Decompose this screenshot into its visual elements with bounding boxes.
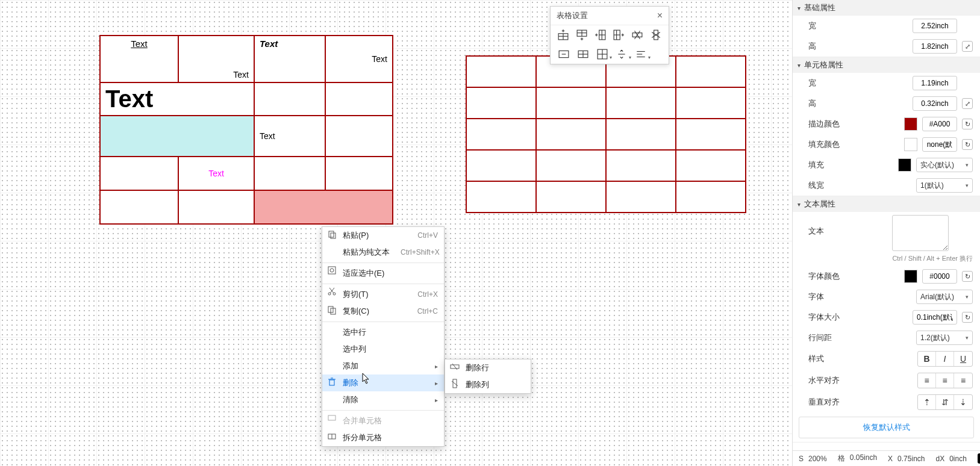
- table-cell[interactable]: Text: [254, 116, 325, 157]
- table-cell[interactable]: [606, 87, 676, 119]
- menu-add[interactable]: 添加▸: [322, 358, 444, 374]
- table-cell[interactable]: [676, 150, 746, 181]
- refresh-icon[interactable]: ↻: [962, 119, 973, 129]
- table-cell[interactable]: [536, 87, 606, 119]
- align-h-dropdown-icon[interactable]: [635, 48, 647, 60]
- menu-copy[interactable]: 复制(C)Ctrl+C: [322, 303, 444, 320]
- fill-mode-select[interactable]: 实心(默认): [916, 158, 973, 172]
- table-cell[interactable]: [676, 87, 746, 119]
- design-canvas[interactable]: Text Text Text Text Text Text Text: [0, 0, 792, 466]
- basic-height-input[interactable]: [913, 39, 957, 54]
- table-cell[interactable]: [676, 119, 746, 150]
- table-cell[interactable]: [536, 150, 606, 181]
- cell-height-input[interactable]: [913, 96, 957, 111]
- table-cell[interactable]: [466, 56, 536, 87]
- delete-row-icon[interactable]: [632, 29, 643, 41]
- table-cell[interactable]: [606, 150, 676, 181]
- stroke-color-swatch[interactable]: [904, 117, 917, 131]
- table-cell[interactable]: Text: [100, 36, 178, 82]
- section-cell[interactable]: ▾单元格属性: [793, 57, 980, 73]
- borders-dropdown-icon[interactable]: [596, 48, 608, 60]
- text-input[interactable]: [892, 215, 949, 251]
- table-cell[interactable]: [466, 181, 536, 213]
- menu-select-col[interactable]: 选中列: [322, 341, 444, 358]
- table-1[interactable]: Text Text Text Text Text Text Text: [99, 35, 393, 225]
- table-cell[interactable]: [325, 116, 393, 157]
- table-cell[interactable]: [466, 87, 536, 119]
- menu-delete[interactable]: 删除▸: [322, 374, 444, 391]
- popup-header[interactable]: 表格设置 ×: [551, 7, 669, 25]
- reset-style-button[interactable]: 恢复默认样式: [799, 417, 974, 438]
- fill-mode-swatch[interactable]: [898, 158, 911, 172]
- refresh-icon[interactable]: ↻: [962, 139, 973, 150]
- align-top-button[interactable]: ⇡: [918, 395, 936, 409]
- table-cell[interactable]: [536, 119, 606, 150]
- table-cell[interactable]: [606, 181, 676, 213]
- menu-select-row[interactable]: 选中行: [322, 322, 444, 341]
- refresh-icon[interactable]: ↻: [962, 312, 973, 323]
- menu-paste-plain[interactable]: 粘贴为纯文本Ctrl+Shift+X: [322, 244, 444, 261]
- table-cell[interactable]: Text: [178, 36, 254, 82]
- table-cell[interactable]: [676, 56, 746, 87]
- menu-cut[interactable]: 剪切(T)Ctrl+X: [322, 284, 444, 303]
- menu-delete-row[interactable]: 删除行: [445, 359, 531, 376]
- properties-panel[interactable]: ▾基础属性 宽 高⤢ ▾单元格属性 宽 高⤢ 描边颜色↻ 填充颜色↻ 填充实心(…: [792, 0, 980, 466]
- font-select[interactable]: Arial(默认): [916, 290, 973, 304]
- table-cell[interactable]: Text: [100, 82, 254, 116]
- stroke-color-input[interactable]: [922, 117, 957, 131]
- insert-row-above-icon[interactable]: [558, 29, 569, 41]
- menu-delete-col[interactable]: 删除列: [445, 376, 531, 393]
- align-bottom-button[interactable]: ⇣: [954, 395, 972, 409]
- table-settings-popup[interactable]: 表格设置 ×: [550, 6, 669, 64]
- context-submenu-delete[interactable]: 删除行 删除列: [445, 359, 531, 394]
- split-cells-icon[interactable]: [577, 48, 589, 60]
- table-2[interactable]: [466, 55, 746, 213]
- table-cell[interactable]: [178, 190, 254, 224]
- font-size-input[interactable]: [913, 310, 957, 325]
- insert-col-right-icon[interactable]: [613, 29, 625, 41]
- bold-button[interactable]: B: [918, 352, 936, 366]
- italic-button[interactable]: I: [936, 352, 954, 366]
- context-menu[interactable]: 粘贴(P)Ctrl+V 粘贴为纯文本Ctrl+Shift+X 适应选中(E) 剪…: [322, 226, 445, 447]
- menu-paste[interactable]: 粘贴(P)Ctrl+V: [322, 227, 444, 244]
- aspect-lock-icon[interactable]: ⤢: [962, 41, 973, 52]
- align-right-button[interactable]: ≡: [954, 373, 972, 388]
- linewidth-select[interactable]: 1(默认): [916, 178, 973, 193]
- font-color-swatch[interactable]: [904, 270, 917, 283]
- underline-button[interactable]: U: [954, 352, 972, 366]
- close-icon[interactable]: ×: [657, 10, 663, 21]
- cell-width-input[interactable]: [913, 76, 957, 90]
- table-cell[interactable]: Text: [254, 36, 325, 82]
- aspect-lock-icon[interactable]: ⤢: [962, 98, 973, 109]
- lineheight-select[interactable]: 1.2(默认): [916, 331, 973, 345]
- insert-row-below-icon[interactable]: [576, 29, 588, 41]
- fill-color-swatch[interactable]: [904, 138, 917, 151]
- delete-col-icon[interactable]: [650, 29, 661, 41]
- table-cell[interactable]: [254, 157, 325, 190]
- basic-width-input[interactable]: [913, 19, 957, 33]
- table-cell[interactable]: [466, 150, 536, 181]
- menu-fit-selection[interactable]: 适应选中(E): [322, 263, 444, 282]
- align-left-button[interactable]: ≡: [918, 373, 936, 388]
- align-center-button[interactable]: ≡: [936, 373, 954, 388]
- table-cell[interactable]: [254, 82, 325, 116]
- table-cell[interactable]: [676, 181, 746, 213]
- menu-split-cells[interactable]: 拆分单元格: [322, 429, 444, 446]
- table-cell[interactable]: [325, 82, 393, 116]
- table-cell-highlight[interactable]: [100, 116, 254, 157]
- table-cell-selected[interactable]: [254, 190, 393, 224]
- table-cell[interactable]: Text: [325, 36, 393, 82]
- table-cell[interactable]: [325, 157, 393, 190]
- section-basic[interactable]: ▾基础属性: [793, 0, 980, 16]
- refresh-icon[interactable]: ↻: [962, 271, 973, 282]
- fill-color-input[interactable]: [922, 137, 957, 152]
- table-cell[interactable]: [100, 157, 178, 190]
- table-cell[interactable]: Text: [178, 157, 254, 190]
- section-text[interactable]: ▾文本属性: [793, 196, 980, 212]
- table-cell[interactable]: [466, 119, 536, 150]
- merge-cells-icon[interactable]: [558, 48, 570, 60]
- table-cell[interactable]: [606, 119, 676, 150]
- panel-collapse-handle[interactable]: [792, 223, 793, 240]
- font-color-input[interactable]: [922, 269, 957, 284]
- align-middle-button[interactable]: ⇵: [936, 395, 954, 409]
